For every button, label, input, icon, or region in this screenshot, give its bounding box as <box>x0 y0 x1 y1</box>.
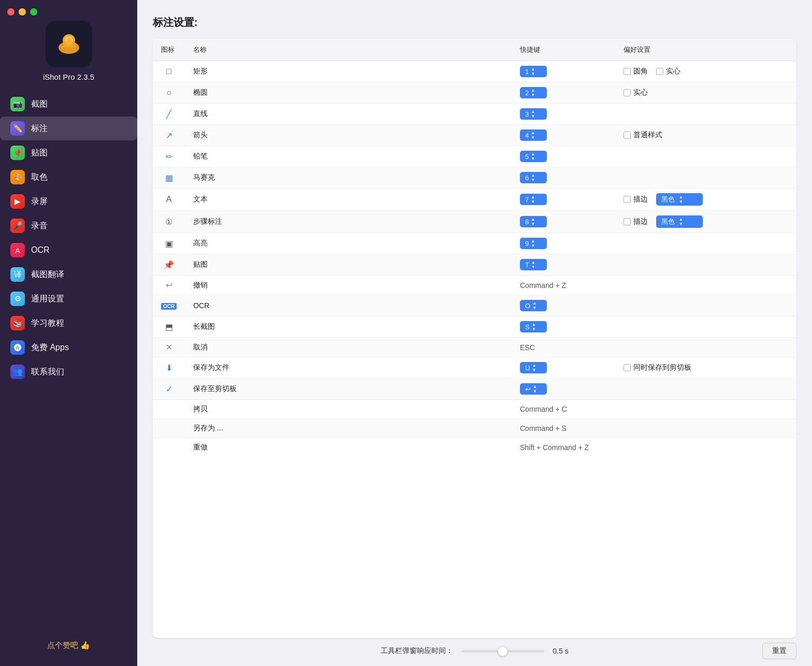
shortcut-stepper-longshot[interactable]: S▲▼ <box>520 321 547 332</box>
row-icon-step: ① <box>153 211 185 233</box>
row-shortcut-mosaic[interactable]: 6▲▼ <box>512 167 615 189</box>
bottom-bar: 工具栏弹窗响应时间： 0.5 s 重置 <box>153 638 796 656</box>
sidebar-item-label-sticker: 贴图 <box>31 148 48 158</box>
like-button[interactable]: 点个赞吧 👍 <box>0 635 137 656</box>
shortcut-stepper-pencil[interactable]: 5▲▼ <box>520 151 547 162</box>
checkbox-描边[interactable] <box>624 218 631 225</box>
row-shortcut-sticker[interactable]: T▲▼ <box>512 254 615 276</box>
sidebar-item-label-screenshot: 截图 <box>31 99 48 110</box>
row-shortcut-arrow[interactable]: 4▲▼ <box>512 125 615 146</box>
row-shortcut-rect[interactable]: 1▲▼ <box>512 61 615 82</box>
table-row: ✕取消ESC <box>153 338 796 357</box>
row-icon-longshot: ⬒ <box>153 316 185 338</box>
slider-thumb[interactable] <box>498 647 508 656</box>
page-title: 标注设置: <box>153 16 796 30</box>
sidebar-item-label-settings: 通用设置 <box>31 294 64 305</box>
minimize-button[interactable] <box>19 8 26 16</box>
row-shortcut-step[interactable]: 8▲▼ <box>512 211 615 233</box>
sticker-icon: 📌 <box>10 146 25 160</box>
shortcut-stepper-ellipse[interactable]: 2▲▼ <box>520 87 547 98</box>
shortcut-stepper-mosaic[interactable]: 6▲▼ <box>520 172 547 183</box>
row-icon-cancel: ✕ <box>153 338 185 357</box>
row-shortcut-saveclip[interactable]: ↩▲▼ <box>512 379 615 400</box>
shortcut-stepper-ocr[interactable]: O▲▼ <box>520 300 547 311</box>
row-pref-pencil <box>615 146 796 167</box>
checkbox-同时保存到剪切板[interactable] <box>624 364 631 371</box>
app-icon <box>46 21 92 67</box>
row-shortcut-ellipse[interactable]: 2▲▼ <box>512 82 615 104</box>
table-row: ✓保存至剪切板↩▲▼ <box>153 379 796 400</box>
checkbox-描边[interactable] <box>624 196 631 203</box>
apps-icon: 🅐 <box>10 340 25 355</box>
sidebar-item-audio[interactable]: 🎤录音 <box>0 214 137 238</box>
row-shortcut-highlight[interactable]: 9▲▼ <box>512 233 615 254</box>
row-pref-undo <box>615 276 796 295</box>
row-shortcut-ocr[interactable]: O▲▼ <box>512 295 615 316</box>
select-text[interactable]: 黑色▲▼ <box>656 193 703 206</box>
row-icon-line: ╱ <box>153 104 185 125</box>
sidebar-item-sticker[interactable]: 📌贴图 <box>0 141 137 165</box>
row-shortcut-savefile[interactable]: U▲▼ <box>512 357 615 379</box>
shortcut-stepper-saveclip[interactable]: ↩▲▼ <box>520 383 547 395</box>
row-name-arrow: 箭头 <box>185 125 512 146</box>
annotate-icon: ✏️ <box>10 121 25 136</box>
sidebar-item-tutorial[interactable]: 📚学习教程 <box>0 311 137 335</box>
row-name-mosaic: 马赛克 <box>185 167 512 189</box>
table-row: 📌贴图T▲▼ <box>153 254 796 276</box>
select-step[interactable]: 黑色▲▼ <box>656 215 703 228</box>
sidebar: iShot Pro 2.3.5 📷截图✏️标注📌贴图🎨取色▶录屏🎤录音AOCR译… <box>0 0 137 666</box>
sidebar-item-translate[interactable]: 译截图翻译 <box>0 263 137 286</box>
table-row: 另存为 ...Command + S <box>153 419 796 438</box>
sidebar-item-contact[interactable]: 👥联系我们 <box>0 360 137 384</box>
reset-button[interactable]: 重置 <box>762 643 796 659</box>
row-name-undo: 撤销 <box>185 276 512 295</box>
shortcut-stepper-step[interactable]: 8▲▼ <box>520 216 547 227</box>
row-pref-saveas <box>615 419 796 438</box>
shortcut-stepper-savefile[interactable]: U▲▼ <box>520 362 547 373</box>
row-icon-pencil: ✏ <box>153 146 185 167</box>
row-icon-arrow: ↗ <box>153 125 185 146</box>
sidebar-item-settings[interactable]: ⚙通用设置 <box>0 287 137 311</box>
checkbox-普通样式[interactable] <box>624 132 631 139</box>
sidebar-item-label-translate: 截图翻译 <box>31 269 64 280</box>
shortcut-stepper-text[interactable]: 7▲▼ <box>520 194 547 205</box>
table-row: ▦马赛克6▲▼ <box>153 167 796 189</box>
row-pref-ocr <box>615 295 796 316</box>
row-shortcut-line[interactable]: 3▲▼ <box>512 104 615 125</box>
row-pref-mosaic <box>615 167 796 189</box>
sidebar-item-apps[interactable]: 🅐免费 Apps <box>0 336 137 359</box>
shortcut-stepper-arrow[interactable]: 4▲▼ <box>520 129 547 141</box>
table-row: ⬇保存为文件U▲▼同时保存到剪切板 <box>153 357 796 379</box>
table-row: ⬒长截图S▲▼ <box>153 316 796 338</box>
slider-value: 0.5 s <box>553 647 568 655</box>
row-shortcut-saveas: Command + S <box>512 419 615 438</box>
col-icon: 图标 <box>153 39 185 61</box>
row-shortcut-pencil[interactable]: 5▲▼ <box>512 146 615 167</box>
shortcut-stepper-rect[interactable]: 1▲▼ <box>520 66 547 77</box>
shortcut-stepper-highlight[interactable]: 9▲▼ <box>520 238 547 249</box>
sidebar-item-color[interactable]: 🎨取色 <box>0 165 137 189</box>
traffic-lights <box>7 8 37 16</box>
sidebar-item-ocr[interactable]: AOCR <box>0 238 137 262</box>
shortcut-stepper-line[interactable]: 3▲▼ <box>520 108 547 120</box>
sidebar-item-screenshot[interactable]: 📷截图 <box>0 92 137 116</box>
row-pref-rect: 圆角实心 <box>615 61 796 82</box>
row-shortcut-redo: Shift + Command + Z <box>512 438 615 457</box>
shortcut-stepper-sticker[interactable]: T▲▼ <box>520 259 547 270</box>
checkbox-实心[interactable] <box>624 89 631 96</box>
row-name-text: 文本 <box>185 189 512 211</box>
checkbox-实心[interactable] <box>656 68 663 75</box>
row-pref-saveclip <box>615 379 796 400</box>
row-pref-sticker <box>615 254 796 276</box>
row-shortcut-longshot[interactable]: S▲▼ <box>512 316 615 338</box>
table-row: ○椭圆2▲▼实心 <box>153 82 796 104</box>
sidebar-item-annotate[interactable]: ✏️标注 <box>0 117 137 140</box>
col-name: 名称 <box>185 39 512 61</box>
sidebar-item-record[interactable]: ▶录屏 <box>0 190 137 213</box>
maximize-button[interactable] <box>30 8 37 16</box>
response-time-slider[interactable] <box>461 650 544 653</box>
row-shortcut-text[interactable]: 7▲▼ <box>512 189 615 211</box>
close-button[interactable] <box>7 8 15 16</box>
checkbox-圆角[interactable] <box>624 68 631 75</box>
row-name-savefile: 保存为文件 <box>185 357 512 379</box>
